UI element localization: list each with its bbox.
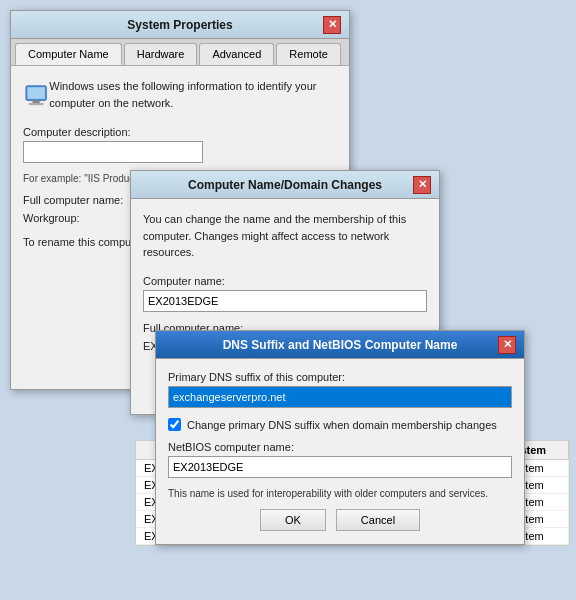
system-properties-title: System Properties <box>37 18 323 32</box>
dns-title: DNS Suffix and NetBIOS Computer Name <box>182 338 498 352</box>
tab-advanced[interactable]: Advanced <box>199 43 274 65</box>
rename-text-prefix: To rename this compu <box>23 236 131 248</box>
computer-description-row: Computer description: <box>23 126 337 163</box>
computer-icon <box>23 78 49 114</box>
svg-rect-3 <box>29 103 44 104</box>
dns-content: Primary DNS suffix of this computer: Cha… <box>156 359 524 543</box>
dns-title-bar: DNS Suffix and NetBIOS Computer Name ✕ <box>156 331 524 359</box>
system-properties-title-bar: System Properties ✕ <box>11 11 349 39</box>
primary-dns-label: Primary DNS suffix of this computer: <box>168 371 512 383</box>
dns-checkbox-row: Change primary DNS suffix when domain me… <box>168 418 512 431</box>
system-properties-close-button[interactable]: ✕ <box>323 16 341 34</box>
system-description-text: Windows uses the following information t… <box>49 78 337 111</box>
netbios-row: NetBIOS computer name: <box>168 441 512 478</box>
dns-suffix-window: DNS Suffix and NetBIOS Computer Name ✕ P… <box>155 330 525 545</box>
svg-rect-1 <box>27 87 45 99</box>
primary-dns-row: Primary DNS suffix of this computer: <box>168 371 512 408</box>
computer-description-input[interactable] <box>23 141 203 163</box>
computer-name-field-input[interactable] <box>143 290 427 312</box>
svg-rect-2 <box>32 100 39 103</box>
domain-changes-title: Computer Name/Domain Changes <box>157 178 413 192</box>
close-icon: ✕ <box>418 179 427 190</box>
netbios-label: NetBIOS computer name: <box>168 441 512 453</box>
computer-name-field-row: Computer name: <box>143 275 427 312</box>
tab-hardware[interactable]: Hardware <box>124 43 198 65</box>
primary-dns-input[interactable] <box>168 386 512 408</box>
dns-info-text: This name is used for interoperability w… <box>168 488 512 499</box>
dns-button-row: OK Cancel <box>168 509 512 531</box>
dns-close-button[interactable]: ✕ <box>498 336 516 354</box>
netbios-input[interactable] <box>168 456 512 478</box>
computer-icon-row: Windows uses the following information t… <box>23 78 337 114</box>
close-icon: ✕ <box>503 339 512 350</box>
close-icon: ✕ <box>328 19 337 30</box>
computer-description-label: Computer description: <box>23 126 337 138</box>
ok-button[interactable]: OK <box>260 509 326 531</box>
tab-computer-name[interactable]: Computer Name <box>15 43 122 65</box>
dns-change-checkbox[interactable] <box>168 418 181 431</box>
computer-name-field-label: Computer name: <box>143 275 427 287</box>
dns-checkbox-label: Change primary DNS suffix when domain me… <box>187 419 497 431</box>
domain-changes-description: You can change the name and the membersh… <box>143 211 427 261</box>
system-properties-tab-bar: Computer Name Hardware Advanced Remote <box>11 39 349 66</box>
domain-changes-close-button[interactable]: ✕ <box>413 176 431 194</box>
cancel-button[interactable]: Cancel <box>336 509 420 531</box>
domain-changes-title-bar: Computer Name/Domain Changes ✕ <box>131 171 439 199</box>
tab-remote[interactable]: Remote <box>276 43 341 65</box>
